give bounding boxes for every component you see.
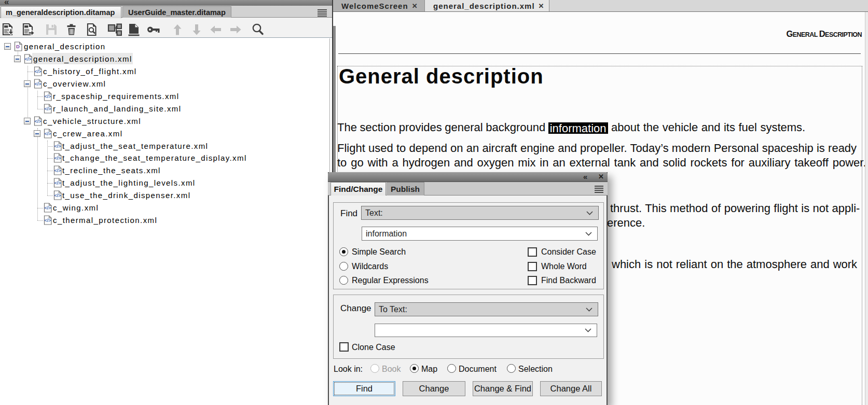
svg-text:</>: </> (44, 205, 51, 211)
svg-text:</>: </> (34, 81, 41, 87)
svg-text:</>: </> (54, 144, 61, 149)
svg-text:</>: </> (54, 180, 61, 186)
svg-text:D: D (16, 44, 20, 49)
svg-text:</>: </> (44, 106, 51, 111)
svg-text:</>: </> (54, 193, 61, 198)
svg-text:</>: </> (24, 57, 31, 62)
svg-text:</>: </> (34, 119, 41, 124)
svg-text:</>: </> (44, 94, 51, 99)
svg-text:</>: </> (54, 168, 61, 173)
svg-text:</>: </> (54, 156, 61, 161)
svg-text:</>: </> (44, 131, 51, 136)
svg-text:</>: </> (34, 69, 41, 74)
svg-text:</>: </> (44, 218, 51, 223)
